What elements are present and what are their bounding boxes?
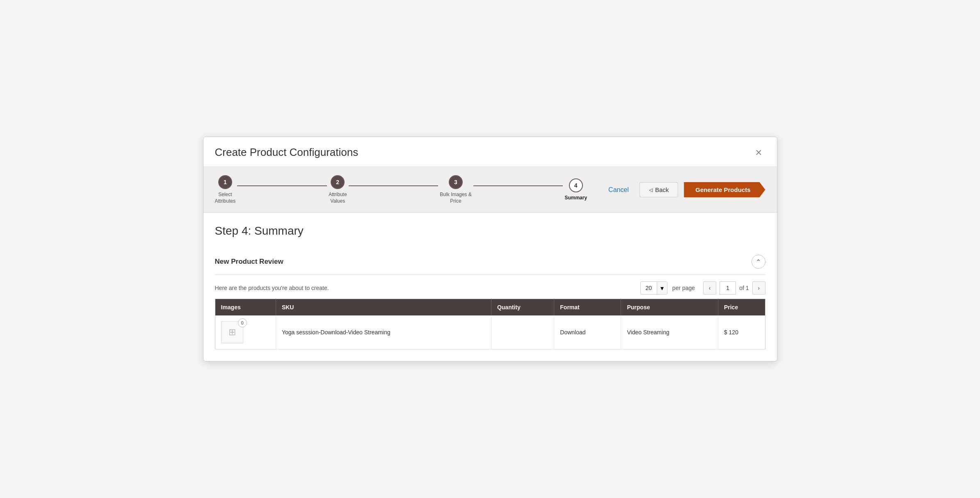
step-line-1 — [237, 185, 327, 186]
modal-create-product-configurations: Create Product Configurations × 1 Select… — [203, 137, 777, 361]
step-1-label: SelectAttributes — [215, 192, 236, 204]
step-4: 4 Summary — [564, 178, 587, 201]
step-line-2 — [349, 185, 439, 186]
step-2-circle: 2 — [331, 175, 345, 189]
close-button[interactable]: × — [752, 145, 765, 160]
steps-track: 1 SelectAttributes 2 AttributeValues 3 B… — [215, 175, 587, 204]
per-page-label: per page — [672, 285, 695, 291]
cancel-button[interactable]: Cancel — [603, 183, 634, 197]
table-header-row: Images SKU Quantity Format Purpose Price — [215, 299, 765, 316]
collapse-icon: ⌃ — [756, 258, 761, 266]
page-number-input[interactable] — [720, 281, 736, 295]
step-3-circle: 3 — [449, 175, 463, 189]
cell-images: ⊞ 0 — [215, 315, 276, 350]
generate-products-button[interactable]: Generate Products — [684, 182, 765, 197]
steps-actions: Cancel Back Generate Products — [603, 182, 765, 197]
section-title: New Product Review — [215, 258, 283, 266]
product-table: Images SKU Quantity Format Purpose Price… — [215, 299, 765, 350]
image-placeholder-icon: ⊞ — [228, 327, 236, 338]
col-header-images: Images — [215, 299, 276, 316]
page-content: Step 4: Summary New Product Review ⌃ Her… — [203, 213, 777, 361]
table-row: ⊞ 0 Yoga sesssion-Download-Video Streami… — [215, 315, 765, 350]
col-header-sku: SKU — [276, 299, 491, 316]
step-2-label: AttributeValues — [329, 192, 347, 204]
table-description: Here are the products you're about to cr… — [215, 285, 329, 291]
page-of-label: of 1 — [739, 285, 749, 291]
steps-bar: 1 SelectAttributes 2 AttributeValues 3 B… — [203, 167, 777, 213]
step-title: Step 4: Summary — [215, 224, 765, 238]
modal-title: Create Product Configurations — [215, 146, 359, 159]
step-4-label: Summary — [564, 195, 587, 201]
step-line-3 — [473, 185, 563, 186]
cell-price: $ 120 — [718, 315, 765, 350]
step-4-circle: 4 — [569, 178, 583, 192]
col-header-purpose: Purpose — [621, 299, 718, 316]
cell-format: Download — [554, 315, 621, 350]
cell-purpose: Video Streaming — [621, 315, 718, 350]
image-placeholder: ⊞ 0 — [221, 321, 243, 343]
step-1: 1 SelectAttributes — [215, 175, 236, 204]
image-count-badge: 0 — [238, 318, 247, 327]
per-page-dropdown-arrow[interactable]: ▾ — [657, 282, 667, 294]
collapse-button[interactable]: ⌃ — [752, 255, 765, 269]
prev-page-button[interactable]: ‹ — [703, 281, 716, 295]
next-page-button[interactable]: › — [752, 281, 765, 295]
per-page-select[interactable]: 20 ▾ — [640, 281, 667, 295]
table-controls: Here are the products you're about to cr… — [215, 275, 765, 299]
step-3: 3 Bulk Images &Price — [440, 175, 471, 204]
per-page-value: 20 — [641, 282, 657, 294]
col-header-price: Price — [718, 299, 765, 316]
cell-sku: Yoga sesssion-Download-Video Streaming — [276, 315, 491, 350]
section-header: New Product Review ⌃ — [215, 249, 765, 275]
step-2: 2 AttributeValues — [329, 175, 347, 204]
pagination-controls: 20 ▾ per page ‹ of 1 › — [640, 281, 765, 295]
cell-quantity — [491, 315, 554, 350]
step-1-circle: 1 — [218, 175, 232, 189]
step-3-label: Bulk Images &Price — [440, 192, 471, 204]
col-header-format: Format — [554, 299, 621, 316]
col-header-quantity: Quantity — [491, 299, 554, 316]
modal-header: Create Product Configurations × — [203, 137, 777, 167]
back-button[interactable]: Back — [640, 182, 678, 197]
